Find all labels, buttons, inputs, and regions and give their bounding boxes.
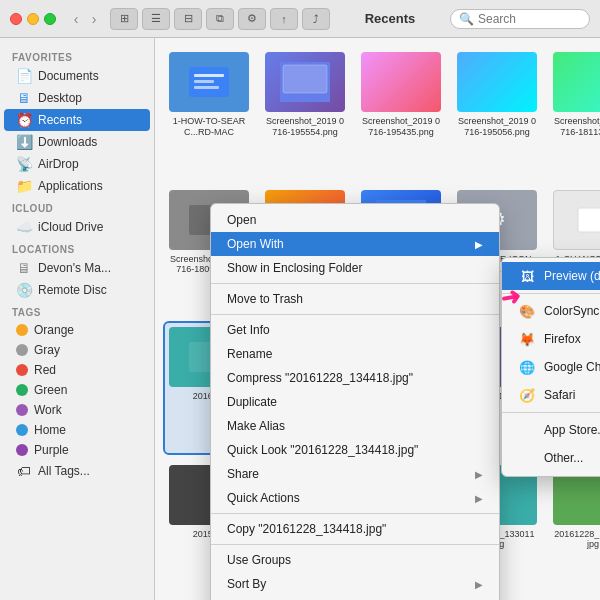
file-name: Screenshot_2019 0716-195554.png bbox=[265, 116, 345, 138]
sidebar-item-tag-purple[interactable]: Purple bbox=[4, 440, 150, 460]
file-name: 20161228_130710. jpg bbox=[553, 529, 600, 551]
cm-item-rename[interactable]: Rename bbox=[211, 342, 499, 366]
sidebar-item-tag-home[interactable]: Home bbox=[4, 420, 150, 440]
cm-item-sort-by[interactable]: Sort By ▶ bbox=[211, 572, 499, 596]
submenu-label-other: Other... bbox=[544, 451, 583, 465]
sidebar-item-downloads[interactable]: ⬇️ Downloads bbox=[4, 131, 150, 153]
cm-item-show-enclosing[interactable]: Show in Enclosing Folder bbox=[211, 256, 499, 280]
submenu-item-app-store[interactable]: App Store... bbox=[502, 416, 600, 444]
svg-rect-5 bbox=[283, 65, 327, 93]
cm-item-duplicate[interactable]: Duplicate bbox=[211, 390, 499, 414]
cm-item-copy[interactable]: Copy "20161228_134418.jpg" bbox=[211, 517, 499, 541]
tag-dot-green bbox=[16, 384, 28, 396]
submenu-item-firefox[interactable]: 🦊 Firefox bbox=[502, 325, 600, 353]
cm-item-show-view-options[interactable]: Show View Options bbox=[211, 596, 499, 600]
submenu-item-preview[interactable]: 🖼 Preview (default) bbox=[502, 262, 600, 290]
sidebar-item-desktop[interactable]: 🖥 Desktop bbox=[4, 87, 150, 109]
tag-dot-gray bbox=[16, 344, 28, 356]
sidebar-item-remote-disc[interactable]: 💿 Remote Disc bbox=[4, 279, 150, 301]
search-input[interactable] bbox=[478, 12, 581, 26]
submenu-arrow-icon: ▶ bbox=[475, 239, 483, 250]
sidebar-item-applications[interactable]: 📁 Applications bbox=[4, 175, 150, 197]
context-menu[interactable]: Open Open With ▶ 🖼 Preview (default) 🎨 bbox=[210, 203, 500, 600]
list-item[interactable]: Screenshot_2019 0716-181132.png bbox=[549, 48, 600, 178]
tag-dot-work bbox=[16, 404, 28, 416]
sidebar-item-airdrop[interactable]: 📡 AirDrop bbox=[4, 153, 150, 175]
cm-item-use-groups[interactable]: Use Groups bbox=[211, 548, 499, 572]
submenu-item-other[interactable]: Other... bbox=[502, 444, 600, 472]
submenu-separator-2 bbox=[502, 412, 600, 413]
list-item[interactable]: Screenshot_2019 0716-195056.png bbox=[453, 48, 541, 178]
firefox-icon: 🦊 bbox=[518, 330, 536, 348]
sidebar-item-tag-work[interactable]: Work bbox=[4, 400, 150, 420]
app-store-icon bbox=[518, 421, 536, 439]
file-thumbnail bbox=[361, 52, 441, 112]
cm-item-quick-actions[interactable]: Quick Actions ▶ bbox=[211, 486, 499, 510]
sidebar-label-red: Red bbox=[34, 363, 56, 377]
cm-item-move-trash[interactable]: Move to Trash bbox=[211, 287, 499, 311]
file-name: 1-HOW-TO-SEARC...RD-MAC bbox=[169, 116, 249, 138]
sidebar-item-tag-orange[interactable]: Orange bbox=[4, 320, 150, 340]
sidebar-section-tags: Tags bbox=[0, 301, 154, 320]
sidebar-label-work: Work bbox=[34, 403, 62, 417]
svg-rect-15 bbox=[578, 208, 600, 232]
list-item[interactable]: Screenshot_2019 0716-195435.png bbox=[357, 48, 445, 178]
cm-item-share[interactable]: Share ▶ bbox=[211, 462, 499, 486]
sidebar-item-tag-red[interactable]: Red bbox=[4, 360, 150, 380]
search-icon: 🔍 bbox=[459, 12, 474, 26]
cm-item-quick-look[interactable]: Quick Look "20161228_134418.jpg" bbox=[211, 438, 499, 462]
cm-item-compress[interactable]: Compress "20161228_134418.jpg" bbox=[211, 366, 499, 390]
list-item[interactable]: Screenshot_2019 0716-195554.png bbox=[261, 48, 349, 178]
sidebar-item-all-tags[interactable]: 🏷 All Tags... bbox=[4, 460, 150, 482]
submenu-item-chrome[interactable]: 🌐 Google Chrome bbox=[502, 353, 600, 381]
sidebar-item-documents[interactable]: 📄 Documents bbox=[4, 65, 150, 87]
search-bar[interactable]: 🔍 bbox=[450, 9, 590, 29]
desktop-icon: 🖥 bbox=[16, 90, 32, 106]
cm-item-open[interactable]: Open bbox=[211, 208, 499, 232]
maximize-button[interactable] bbox=[44, 13, 56, 25]
submenu-item-safari[interactable]: 🧭 Safari bbox=[502, 381, 600, 409]
file-name: Screenshot_2019 0716-181132.png bbox=[553, 116, 600, 138]
view-icon-grid[interactable]: ⊞ bbox=[110, 8, 138, 30]
view-icon-list[interactable]: ☰ bbox=[142, 8, 170, 30]
cm-label-get-info: Get Info bbox=[227, 323, 270, 337]
share-icon[interactable]: ⤴ bbox=[302, 8, 330, 30]
sidebar-item-icloud-drive[interactable]: ☁️ iCloud Drive bbox=[4, 216, 150, 238]
tag-dot-purple bbox=[16, 444, 28, 456]
downloads-icon: ⬇️ bbox=[16, 134, 32, 150]
sort-icon[interactable]: ⚙ bbox=[238, 8, 266, 30]
action-icon[interactable]: ↑ bbox=[270, 8, 298, 30]
chrome-icon: 🌐 bbox=[518, 358, 536, 376]
view-icon-columns[interactable]: ⊟ bbox=[174, 8, 202, 30]
minimize-button[interactable] bbox=[27, 13, 39, 25]
sidebar-label-devon: Devon's Ma... bbox=[38, 261, 111, 275]
close-button[interactable] bbox=[10, 13, 22, 25]
sidebar-label-downloads: Downloads bbox=[38, 135, 97, 149]
applications-icon: 📁 bbox=[16, 178, 32, 194]
cm-label-rename: Rename bbox=[227, 347, 272, 361]
cm-label-sort-by: Sort By bbox=[227, 577, 266, 591]
cm-item-get-info[interactable]: Get Info bbox=[211, 318, 499, 342]
documents-icon: 📄 bbox=[16, 68, 32, 84]
sidebar-label-documents: Documents bbox=[38, 69, 99, 83]
cm-separator-1 bbox=[211, 283, 499, 284]
cm-item-open-with[interactable]: Open With ▶ 🖼 Preview (default) 🎨 ColorS… bbox=[211, 232, 499, 256]
list-item[interactable]: 20161228_130710. jpg bbox=[549, 461, 600, 591]
back-arrow-icon[interactable]: ‹ bbox=[68, 11, 84, 27]
cm-separator-2 bbox=[211, 314, 499, 315]
submenu-open-with[interactable]: 🖼 Preview (default) 🎨 ColorSync Utility … bbox=[501, 257, 600, 477]
sidebar-item-tag-gray[interactable]: Gray bbox=[4, 340, 150, 360]
sidebar-label-gray: Gray bbox=[34, 343, 60, 357]
cm-item-make-alias[interactable]: Make Alias bbox=[211, 414, 499, 438]
traffic-lights bbox=[10, 13, 56, 25]
list-item[interactable]: 1-HOW-TO-SEARC...RD-MAC bbox=[165, 48, 253, 178]
submenu-item-colorsync[interactable]: 🎨 ColorSync Utility bbox=[502, 297, 600, 325]
sidebar-item-recents[interactable]: ⏰ Recents bbox=[4, 109, 150, 131]
quick-actions-arrow-icon: ▶ bbox=[475, 493, 483, 504]
remote-disc-icon: 💿 bbox=[16, 282, 32, 298]
forward-arrow-icon[interactable]: › bbox=[86, 11, 102, 27]
sidebar-item-tag-green[interactable]: Green bbox=[4, 380, 150, 400]
view-icon-gallery[interactable]: ⧉ bbox=[206, 8, 234, 30]
content-area: 1-HOW-TO-SEARC...RD-MAC Screenshot_2019 … bbox=[155, 38, 600, 600]
sidebar-item-devon[interactable]: 🖥 Devon's Ma... bbox=[4, 257, 150, 279]
